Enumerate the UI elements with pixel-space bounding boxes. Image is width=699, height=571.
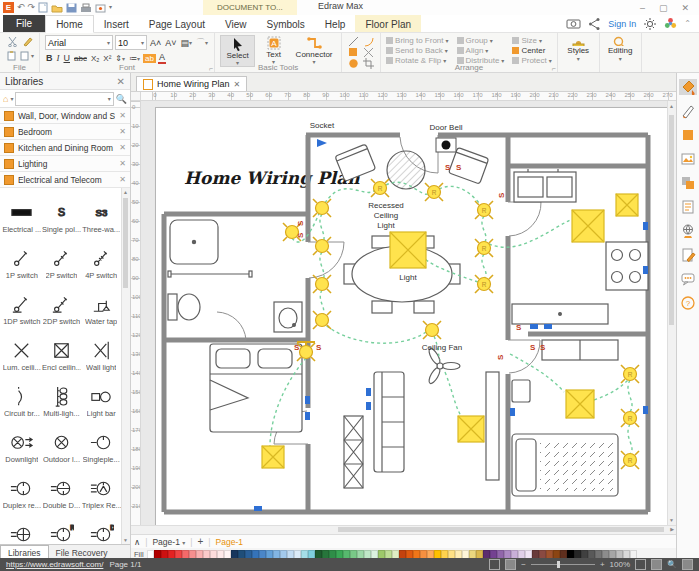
shape-fill-button[interactable]	[679, 127, 697, 143]
open-folder-icon[interactable]	[51, 3, 63, 13]
symbol-bar[interactable]: Light bar	[81, 374, 121, 420]
arrange-dialog-launcher-icon[interactable]: ⌐	[552, 65, 556, 72]
close-icon[interactable]: ✕	[119, 127, 126, 136]
pen-tool-button[interactable]	[679, 103, 697, 119]
library-search-input[interactable]: ▾	[15, 92, 113, 106]
compose-tool-button[interactable]	[679, 247, 697, 263]
symbol-breaker[interactable]: Circuit br...	[2, 374, 42, 420]
rectangle-tool-icon[interactable]	[348, 47, 359, 58]
pagebar-collapse-icon[interactable]: ∧	[134, 537, 140, 547]
tab-home[interactable]: Home	[45, 15, 94, 33]
arc-tool-icon[interactable]	[363, 36, 374, 47]
arrange-size[interactable]: Size ▾	[512, 36, 551, 45]
print-icon[interactable]	[80, 3, 92, 13]
symbol-fourplex[interactable]: Fourplex ...	[2, 512, 42, 544]
tab-help[interactable]: Help	[315, 15, 356, 32]
styles-button[interactable]: Styles▾	[563, 35, 594, 62]
shapes-tool-button[interactable]	[679, 175, 697, 191]
pan-mode-icon[interactable]	[489, 559, 500, 570]
help-button[interactable]: ?	[679, 295, 697, 311]
bold-icon[interactable]: B	[45, 53, 54, 63]
redo-icon[interactable]: ↷	[28, 3, 36, 12]
library-home-icon[interactable]: ⌂	[3, 94, 8, 104]
document-close-icon[interactable]: ✕	[234, 80, 241, 89]
superscript-icon[interactable]: X²	[102, 54, 112, 63]
capture-icon[interactable]	[95, 3, 106, 13]
strikethrough-icon[interactable]: abc	[73, 54, 88, 63]
collapse-ribbon-icon[interactable]: ⌃	[684, 19, 691, 28]
horizontal-scrollbar[interactable]: ▶	[131, 525, 676, 534]
page-tab-active[interactable]: Page-1	[216, 537, 243, 547]
subscript-icon[interactable]: X₂	[90, 54, 100, 63]
symbol-down[interactable]: Downlight	[2, 420, 42, 466]
line-spacing-icon[interactable]: ⇕▾	[114, 54, 126, 63]
symbol-dryer[interactable]: D Dryer Out...	[81, 512, 121, 544]
bullet-list-icon[interactable]: ≔▾	[128, 54, 141, 63]
arrange-group[interactable]: Group ▾	[457, 36, 505, 45]
vertical-scrollbar[interactable]: ▲▼	[667, 101, 676, 525]
promo-flower-icon[interactable]	[664, 17, 677, 30]
gear-icon[interactable]	[643, 17, 657, 31]
clipart-tool-button[interactable]	[679, 223, 697, 239]
library-category[interactable]: Bedroom ✕	[0, 124, 130, 140]
crop-tool-icon[interactable]	[363, 58, 374, 69]
fullscreen-icon[interactable]	[682, 559, 693, 570]
fit-page-icon[interactable]	[505, 559, 516, 570]
library-category[interactable]: Wall, Door, Window and Structure ✕	[0, 108, 130, 124]
maximize-button[interactable]: ▢	[659, 3, 668, 13]
canvas-viewport[interactable]: Home Wiring Plan	[141, 101, 667, 525]
format-painter-icon[interactable]	[22, 36, 33, 47]
symbol-outdoor[interactable]: Outdoor l...	[42, 420, 82, 466]
drawing-page[interactable]: Home Wiring Plan	[155, 107, 667, 525]
symbol-sw1dp[interactable]: 1DP switch	[2, 282, 42, 328]
symbol-encl[interactable]: Encl ceilin...	[42, 328, 82, 374]
tab-floor-plan[interactable]: Floor Plan	[355, 15, 421, 32]
library-category[interactable]: Lighting ✕	[0, 156, 130, 172]
share-icon[interactable]	[588, 17, 601, 31]
document-tab[interactable]: Home Wiring Plan ✕	[136, 76, 247, 91]
library-category[interactable]: Electrical and Telecom ✕	[0, 172, 130, 188]
libraries-close-icon[interactable]: ✕	[117, 76, 125, 87]
freeform-tool-icon[interactable]	[363, 47, 374, 58]
new-document-icon[interactable]	[38, 2, 48, 13]
arrange-center[interactable]: Center	[512, 46, 551, 55]
tab-view[interactable]: View	[215, 15, 257, 32]
symbol-single[interactable]: Singleple...	[81, 420, 121, 466]
arrange-align[interactable]: Align ▾	[457, 46, 505, 55]
close-icon[interactable]: ✕	[119, 175, 126, 184]
fill-tool-button[interactable]	[679, 79, 697, 95]
tab-file[interactable]: File	[3, 15, 45, 32]
comment-tool-button[interactable]	[679, 271, 697, 287]
symbol-range[interactable]: R Range Ou...	[42, 512, 82, 544]
page-selector[interactable]: Page-1 ▾	[152, 537, 185, 547]
highlight-color-icon[interactable]: ab	[143, 54, 156, 63]
line-tool-icon[interactable]	[348, 36, 359, 47]
search-icon[interactable]: 🔍	[116, 94, 127, 104]
save-icon[interactable]	[66, 3, 77, 13]
close-icon[interactable]: ✕	[119, 159, 126, 168]
shrink-font-icon[interactable]: A˅	[164, 38, 177, 48]
minimize-button[interactable]: –	[640, 3, 645, 13]
tab-symbols[interactable]: Symbols	[257, 15, 315, 32]
font-family-select[interactable]: Arial▾	[45, 35, 113, 50]
edrawsoft-link[interactable]: https://www.edrawsoft.com/	[6, 560, 103, 569]
symbol-sw1p[interactable]: 1P switch	[2, 236, 42, 282]
italic-icon[interactable]: I	[56, 53, 61, 63]
zoom-slider[interactable]	[531, 564, 595, 565]
font-dialog-launcher-icon[interactable]: ⌐	[209, 65, 213, 72]
tab-insert[interactable]: Insert	[94, 15, 139, 32]
symbol-triplex[interactable]: Triplex Re...	[81, 466, 121, 512]
symbol-duplex[interactable]: Duplex re...	[2, 466, 42, 512]
tab-page-layout[interactable]: Page Layout	[139, 15, 215, 32]
qat-more-icon[interactable]: ▾	[109, 3, 112, 12]
library-scrollbar[interactable]: ▲ ▼	[121, 188, 130, 544]
paste-icon[interactable]	[7, 50, 18, 61]
symbol-busbar[interactable]: Electrical ...	[2, 190, 42, 236]
text-style-icon[interactable]: ▤▾	[180, 38, 194, 48]
image-tool-button[interactable]	[679, 151, 697, 167]
symbol-sw2dp[interactable]: 2DP switch	[42, 282, 82, 328]
symbol-s[interactable]: S Single pol...	[42, 190, 82, 236]
symbol-wall[interactable]: Wall light	[81, 328, 121, 374]
underline-icon[interactable]: U	[63, 53, 72, 63]
symbol-multi[interactable]: Multi-ligh...	[42, 374, 82, 420]
